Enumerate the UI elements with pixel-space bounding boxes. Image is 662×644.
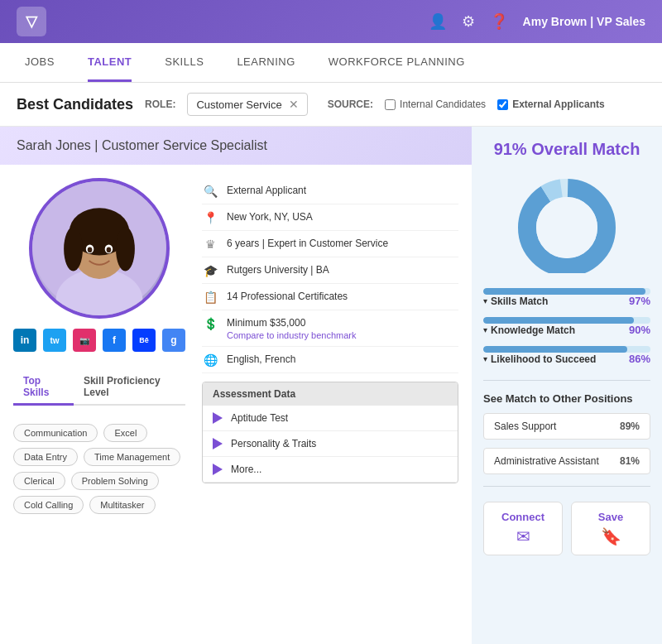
search-icon: 🔍 bbox=[202, 185, 218, 198]
behance-icon[interactable]: Bē bbox=[132, 329, 156, 352]
assessment-title: Assessment Data bbox=[203, 382, 458, 406]
svg-point-5 bbox=[64, 227, 83, 271]
knowledge-bar-header: ▾ Knowledge Match 90% bbox=[483, 324, 650, 336]
benchmark-link[interactable]: Compare to industry benchmark bbox=[227, 330, 357, 340]
user-name: Amy Brown | VP Sales bbox=[523, 15, 645, 28]
nav-jobs[interactable]: JOBS bbox=[25, 43, 55, 82]
internal-candidates-option[interactable]: Internal Candidates bbox=[385, 99, 486, 110]
role-label: ROLE: bbox=[145, 99, 175, 110]
location-text: New York, NY, USA bbox=[227, 210, 313, 224]
nav-workforce[interactable]: WORKFORCE PLANNING bbox=[329, 43, 465, 82]
save-button[interactable]: Save 🔖 bbox=[571, 502, 650, 555]
overall-match: 91% Overall Match bbox=[483, 140, 650, 159]
likelihood-bar-track bbox=[483, 346, 650, 353]
avatar-image bbox=[32, 178, 166, 315]
position-sales-support[interactable]: Sales Support 89% bbox=[483, 413, 650, 440]
nav-talent[interactable]: TALENT bbox=[88, 43, 132, 82]
skills-bar-fill bbox=[483, 288, 645, 295]
candidate-title: Customer Service Specialist bbox=[102, 138, 267, 152]
info-type: 🔍 External Applicant bbox=[202, 178, 458, 204]
knowledge-pct: 90% bbox=[629, 324, 650, 336]
chevron-knowledge: ▾ bbox=[483, 325, 487, 334]
top-bar-icons: 👤 ⚙ ❓ Amy Brown | VP Sales bbox=[429, 12, 645, 31]
position-admin-assistant[interactable]: Administrative Assistant 81% bbox=[483, 448, 650, 474]
skill-clerical: Clerical bbox=[13, 472, 65, 490]
personality-label: Personality & Traits bbox=[231, 438, 316, 449]
external-label: External Applicants bbox=[512, 99, 605, 110]
twitter-icon[interactable]: tw bbox=[43, 329, 66, 352]
skill-time-management: Time Management bbox=[84, 448, 180, 466]
skills-bar-header: ▾ Skills Match 97% bbox=[483, 295, 650, 307]
donut-chart bbox=[483, 167, 650, 280]
linkedin-icon[interactable]: in bbox=[13, 329, 36, 352]
avatar bbox=[29, 178, 170, 319]
likelihood-bar-fill bbox=[483, 346, 627, 353]
assessment-aptitude[interactable]: Aptitude Test bbox=[203, 406, 458, 431]
salary-text: Minimum $35,000 bbox=[227, 316, 357, 330]
facebook-icon[interactable]: f bbox=[103, 329, 126, 352]
role-chip: Customer Service ✕ bbox=[187, 93, 307, 116]
gear-icon[interactable]: ⚙ bbox=[462, 12, 475, 31]
svg-point-6 bbox=[116, 227, 135, 271]
assessment-more[interactable]: More... bbox=[203, 457, 458, 483]
nav-learning[interactable]: LEARNING bbox=[237, 43, 295, 82]
skills-label: Skills Match bbox=[491, 296, 548, 307]
position-pct-2: 81% bbox=[620, 455, 640, 467]
certificates-text: 14 Professional Certificates bbox=[227, 290, 348, 304]
skills-tabs: Top Skills Skill Proficiency Level bbox=[13, 370, 185, 406]
person-icon[interactable]: 👤 bbox=[429, 12, 447, 31]
skills-pct: 97% bbox=[629, 295, 650, 307]
info-education: 🎓 Rutgers University | BA bbox=[202, 257, 458, 284]
skill-data-entry: Data Entry bbox=[13, 448, 78, 466]
location-icon: 📍 bbox=[202, 211, 218, 224]
candidates-title: Best Candidates bbox=[17, 96, 133, 113]
more-label: More... bbox=[231, 464, 261, 475]
content-area: Sarah Jones | Customer Service Specialis… bbox=[0, 127, 662, 644]
info-salary: 💲 Minimum $35,000 Compare to industry be… bbox=[202, 310, 458, 347]
svg-point-14 bbox=[536, 197, 597, 258]
candidate-name: Sarah Jones bbox=[17, 138, 91, 152]
top-skills-tab[interactable]: Top Skills bbox=[13, 370, 74, 406]
connect-button[interactable]: Connect ✉ bbox=[483, 502, 563, 555]
instagram-icon[interactable]: 📷 bbox=[73, 329, 96, 352]
skill-communication: Communication bbox=[13, 424, 98, 442]
language-icon: 🌐 bbox=[202, 353, 218, 367]
internal-checkbox[interactable] bbox=[385, 99, 396, 110]
svg-point-9 bbox=[88, 247, 93, 252]
info-location: 📍 New York, NY, USA bbox=[202, 204, 458, 231]
role-clear-button[interactable]: ✕ bbox=[289, 98, 299, 111]
play-icon-2 bbox=[213, 438, 223, 449]
main-nav: JOBS TALENT SKILLS LEARNING WORKFORCE PL… bbox=[0, 43, 662, 83]
skills-match-bar: ▾ Skills Match 97% bbox=[483, 288, 650, 310]
info-languages: 🌐 English, French bbox=[202, 347, 458, 373]
info-experience: ♛ 6 years | Expert in Customer Service bbox=[202, 231, 458, 257]
external-checkbox[interactable] bbox=[497, 99, 508, 110]
knowledge-bar-fill bbox=[483, 317, 634, 324]
assessment-box: Assessment Data Aptitude Test Personalit… bbox=[202, 382, 458, 483]
skills-bar-track bbox=[483, 288, 650, 295]
info-column: 🔍 External Applicant 📍 New York, NY, USA… bbox=[202, 178, 458, 638]
match-bars: ▾ Skills Match 97% ▾ Knowledge Match 90% bbox=[483, 288, 650, 368]
assessment-personality[interactable]: Personality & Traits bbox=[203, 431, 458, 457]
profile-section: in tw 📷 f Bē g Top Skills Skill Proficie… bbox=[0, 165, 472, 644]
languages-text: English, French bbox=[227, 353, 295, 367]
divider bbox=[483, 380, 650, 381]
skill-cold-calling: Cold Calling bbox=[13, 496, 84, 514]
save-icon: 🔖 bbox=[601, 526, 621, 546]
skill-proficiency-tab[interactable]: Skill Proficiency Level bbox=[74, 370, 185, 406]
likelihood-label: Likelihood to Succeed bbox=[491, 353, 596, 365]
salary-icon: 💲 bbox=[202, 317, 218, 330]
external-applicants-option[interactable]: External Applicants bbox=[497, 99, 605, 110]
candidate-title-separator: | bbox=[94, 138, 102, 152]
nav-skills[interactable]: SKILLS bbox=[165, 43, 204, 82]
likelihood-pct: 86% bbox=[629, 353, 650, 365]
education-icon: 🎓 bbox=[202, 264, 218, 277]
google-icon[interactable]: g bbox=[162, 329, 185, 352]
internal-label: Internal Candidates bbox=[400, 99, 486, 110]
connect-icon: ✉ bbox=[516, 526, 530, 546]
knowledge-bar-track bbox=[483, 317, 650, 324]
help-icon[interactable]: ❓ bbox=[490, 12, 508, 31]
skill-excel: Excel bbox=[103, 424, 147, 442]
svg-point-10 bbox=[107, 247, 112, 252]
right-panel: 91% Overall Match ▾ S bbox=[472, 127, 662, 644]
